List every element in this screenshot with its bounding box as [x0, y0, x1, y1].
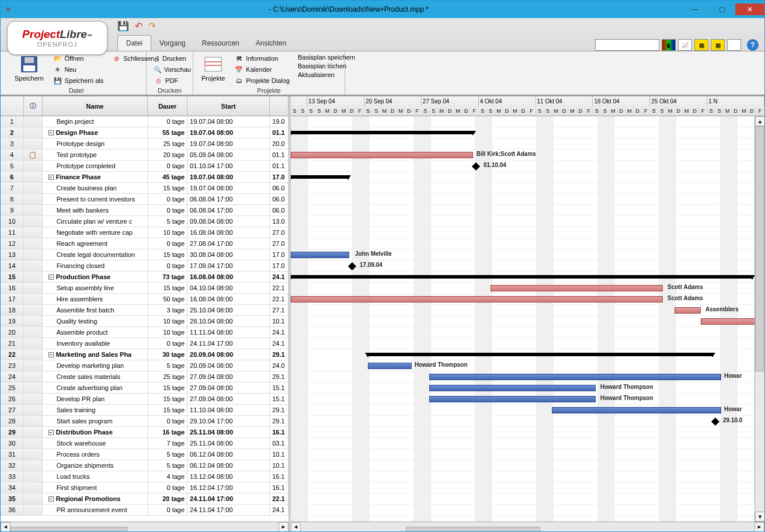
- end-cell[interactable]: 24.1: [270, 272, 288, 282]
- table-row[interactable]: 27Sales training15 tage11.10.04 08:0029.…: [1, 405, 288, 416]
- duration-cell[interactable]: 45 tage: [148, 172, 187, 182]
- gantt-row[interactable]: [291, 138, 764, 149]
- row-number[interactable]: 2: [1, 127, 24, 138]
- table-body[interactable]: 1Begin project0 tage19.07.04 08:0019.02−…: [1, 116, 288, 521]
- summary-bar[interactable]: [291, 175, 348, 179]
- duration-cell[interactable]: 0 tage: [148, 161, 188, 171]
- duration-cell[interactable]: 25 tage: [148, 371, 188, 382]
- outline-toggle-icon[interactable]: −: [48, 274, 54, 280]
- tab-vorgang[interactable]: Vorgang: [151, 36, 194, 51]
- gantt-row[interactable]: [291, 449, 764, 460]
- row-number[interactable]: 31: [1, 449, 24, 460]
- header-start[interactable]: Start: [187, 96, 270, 116]
- duration-cell[interactable]: 30 tage: [148, 349, 187, 360]
- row-number[interactable]: 6: [1, 172, 24, 182]
- row-number[interactable]: 26: [1, 394, 24, 404]
- milestone[interactable]: [711, 418, 719, 426]
- start-cell[interactable]: 25.11.04 08:00: [187, 438, 270, 448]
- task-name-cell[interactable]: Create legal documentation: [43, 249, 148, 260]
- row-number[interactable]: 10: [1, 216, 24, 227]
- task-name-cell[interactable]: Create business plan: [43, 183, 148, 193]
- task-bar[interactable]: [291, 296, 663, 302]
- table-row[interactable]: 28Start sales program0 tage29.10.04 17:0…: [1, 416, 288, 427]
- task-name-cell[interactable]: Develop marketing plan: [43, 360, 148, 371]
- gantt-row[interactable]: [291, 194, 764, 205]
- task-bar[interactable]: [429, 396, 596, 402]
- scroll-left-icon[interactable]: ◄: [291, 522, 301, 532]
- start-cell[interactable]: 27.08.04 17:00: [187, 238, 270, 249]
- task-bar[interactable]: [429, 385, 596, 391]
- gantt-hscroll[interactable]: ◄ ►: [291, 521, 764, 531]
- duration-cell[interactable]: 0 tage: [148, 116, 188, 127]
- end-cell[interactable]: 03.1: [270, 438, 288, 448]
- calendar-button[interactable]: 📅Kalender: [234, 65, 290, 74]
- end-cell[interactable]: 24.1: [270, 327, 288, 338]
- gantt-row[interactable]: [291, 471, 764, 482]
- help-icon[interactable]: ?: [747, 39, 759, 51]
- row-number[interactable]: 22: [1, 349, 24, 360]
- duration-cell[interactable]: 0 tage: [148, 238, 188, 249]
- table-row[interactable]: 11Negotiate with venture cap10 tage16.08…: [1, 227, 288, 238]
- gantt-row[interactable]: [291, 272, 764, 283]
- table-row[interactable]: 19Quality testing10 tage28.10.04 08:0010…: [1, 316, 288, 327]
- open-button[interactable]: 📂Öffnen: [53, 54, 104, 63]
- end-cell[interactable]: 01.1: [270, 161, 288, 171]
- task-name-cell[interactable]: Negotiate with venture cap: [43, 227, 148, 238]
- end-cell[interactable]: 16.1: [270, 482, 288, 493]
- task-name-cell[interactable]: Hire assemblers: [43, 294, 148, 304]
- table-row[interactable]: 35−Regional Promotions20 tage24.11.04 17…: [1, 493, 288, 505]
- duration-cell[interactable]: 0 tage: [148, 505, 188, 515]
- end-cell[interactable]: 24.0: [270, 360, 288, 371]
- table-row[interactable]: 13Create legal documentation15 tage30.08…: [1, 249, 288, 260]
- filter-combo[interactable]: [595, 39, 659, 51]
- maximize-button[interactable]: ▢: [708, 4, 735, 15]
- task-name-cell[interactable]: Begin project: [43, 116, 148, 127]
- task-name-cell[interactable]: Prototype design: [43, 138, 148, 149]
- row-number[interactable]: 24: [1, 371, 24, 382]
- new-button[interactable]: ✳Neu: [53, 65, 104, 74]
- duration-cell[interactable]: 73 tage: [148, 272, 187, 282]
- task-name-cell[interactable]: −Finance Phase: [43, 172, 148, 182]
- scroll-right-icon[interactable]: ►: [754, 522, 764, 532]
- preview-button[interactable]: 🔍Vorschau: [154, 65, 186, 74]
- duration-cell[interactable]: 15 tage: [148, 394, 188, 404]
- table-row[interactable]: 33Load trucks4 tage13.12.04 08:0016.1: [1, 471, 288, 482]
- start-cell[interactable]: 16.12.04 17:00: [187, 482, 270, 493]
- row-number[interactable]: 3: [1, 138, 24, 149]
- scroll-right-icon[interactable]: ►: [279, 522, 288, 532]
- row-number[interactable]: 33: [1, 471, 24, 482]
- start-cell[interactable]: 27.09.04 08:00: [187, 383, 270, 393]
- duration-cell[interactable]: 0 tage: [148, 260, 188, 271]
- duration-cell[interactable]: 0 tage: [148, 194, 188, 204]
- minimize-button[interactable]: —: [681, 4, 708, 15]
- row-number[interactable]: 1: [1, 116, 24, 127]
- duration-cell[interactable]: 10 tage: [148, 227, 188, 238]
- task-name-cell[interactable]: Stock warehouse: [43, 438, 148, 448]
- table-hscroll[interactable]: ◄ ►: [1, 521, 288, 531]
- task-name-cell[interactable]: Setup assembly line: [43, 283, 148, 293]
- row-number[interactable]: 29: [1, 427, 24, 437]
- outline-toggle-icon[interactable]: −: [48, 130, 54, 135]
- header-end[interactable]: [270, 96, 288, 116]
- start-cell[interactable]: 28.10.04 08:00: [187, 316, 270, 326]
- row-number[interactable]: 34: [1, 482, 24, 493]
- tab-datei[interactable]: Datei: [117, 35, 151, 51]
- gantt-row[interactable]: [291, 238, 764, 249]
- end-cell[interactable]: 24.1: [270, 505, 288, 515]
- gantt-row[interactable]: [291, 427, 764, 438]
- start-cell[interactable]: 19.07.04 08:00: [187, 116, 270, 127]
- duration-cell[interactable]: 5 tage: [148, 460, 188, 471]
- duration-cell[interactable]: 0 tage: [148, 338, 188, 349]
- end-cell[interactable]: 15.1: [270, 383, 288, 393]
- duration-cell[interactable]: 10 tage: [148, 327, 188, 338]
- end-cell[interactable]: 01.1: [270, 127, 288, 138]
- table-row[interactable]: 10Circulate plan w/ venture c5 tage09.08…: [1, 216, 288, 227]
- task-name-cell[interactable]: Present to current investors: [43, 194, 148, 204]
- outline-toggle-icon[interactable]: −: [48, 496, 54, 502]
- end-cell[interactable]: 24.1: [270, 338, 288, 349]
- gantt-vscroll[interactable]: ▲ ▼: [754, 116, 764, 521]
- task-name-cell[interactable]: Process orders: [43, 449, 148, 460]
- gantt-row[interactable]: [291, 216, 764, 227]
- table-row[interactable]: 14Financing closed0 tage17.09.04 17:0017…: [1, 260, 288, 272]
- start-cell[interactable]: 30.08.04 08:00: [187, 249, 270, 260]
